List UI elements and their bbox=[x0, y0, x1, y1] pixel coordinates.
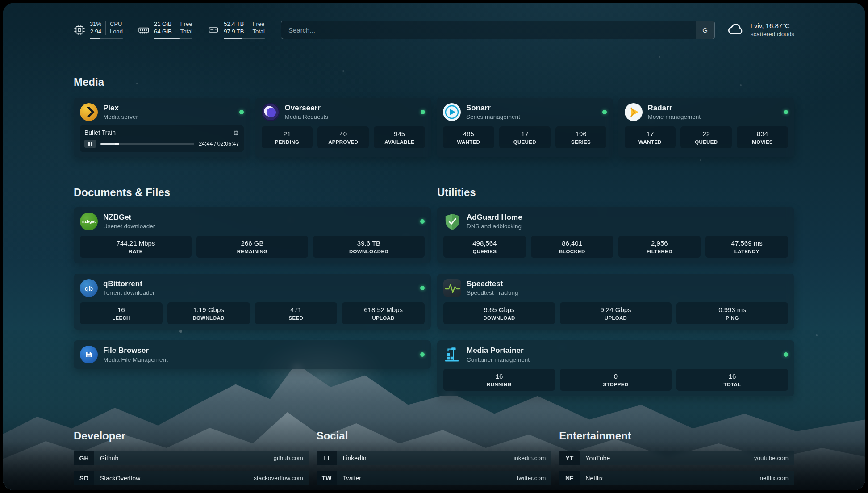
overseerr-icon bbox=[262, 103, 280, 121]
stat-value: 16 bbox=[445, 372, 553, 380]
stat-block: 618.52 Mbps UPLOAD bbox=[342, 302, 425, 324]
dashboard-page: 31% 2.94 CPU Load bbox=[3, 3, 865, 490]
status-dot bbox=[420, 219, 425, 224]
filebrowser-icon bbox=[80, 346, 98, 363]
stat-value: 22 bbox=[682, 130, 730, 138]
search-input[interactable] bbox=[281, 21, 715, 39]
memory-progress-fill bbox=[154, 38, 180, 39]
stat-label: LEECH bbox=[82, 314, 161, 322]
bookmark-stackoverflow[interactable]: SO StackOverflow stackoverflow.com bbox=[74, 471, 309, 485]
portainer-icon bbox=[443, 346, 461, 363]
stat-label: RATE bbox=[82, 248, 190, 255]
stat-block: 47.569 ms LATENCY bbox=[705, 236, 788, 258]
stat-value: 471 bbox=[257, 305, 336, 314]
disk-total-value: 97.9 TB bbox=[224, 28, 244, 36]
disk-progress-fill bbox=[224, 38, 242, 39]
stat-label: SERIES bbox=[557, 138, 605, 146]
service-stats: 21 PENDING 40 APPROVED 945 AVAILABLE bbox=[262, 126, 426, 148]
stat-value: 17 bbox=[501, 130, 549, 138]
bookmark-domain: netflix.com bbox=[760, 475, 794, 481]
nzbget-icon-label: nzbget bbox=[82, 219, 96, 224]
memory-widget: 21 GiB 64 GiB Free Total bbox=[138, 21, 192, 40]
memory-free-label: Free bbox=[180, 21, 192, 28]
stat-label: PING bbox=[678, 314, 786, 322]
stat-block: 485 WANTED bbox=[443, 126, 494, 148]
cpu-usage-value: 31% bbox=[90, 21, 101, 28]
bookmarks-developer: Developer GH Github github.com SO StackO… bbox=[74, 420, 309, 490]
stat-label: RUNNING bbox=[445, 381, 553, 388]
memory-total-value: 64 GiB bbox=[154, 28, 172, 36]
service-stats: 498,564 QUERIES 86,401 BLOCKED 2,956 FIL… bbox=[443, 236, 788, 258]
bookmark-abbr: GH bbox=[74, 451, 94, 465]
section-title-developer: Developer bbox=[74, 429, 309, 443]
stat-value: 21 bbox=[263, 130, 311, 138]
stat-value: 0 bbox=[562, 372, 670, 380]
service-link-radarr[interactable]: Radarr Movie management bbox=[625, 103, 789, 121]
service-link-qbittorrent[interactable]: qb qBittorrent Torrent downloader bbox=[80, 279, 425, 297]
stat-block: 266 GB REMAINING bbox=[196, 236, 308, 258]
status-dot bbox=[784, 110, 788, 114]
playback-progress-bar[interactable] bbox=[100, 143, 194, 145]
memory-icon bbox=[138, 24, 150, 36]
snow-particles bbox=[3, 3, 4, 4]
service-name: Overseerr bbox=[285, 103, 329, 113]
service-card-adguard: AdGuard Home DNS and adblocking 498,564 … bbox=[437, 207, 794, 263]
stat-block: 196 SERIES bbox=[555, 126, 607, 148]
service-link-adguard[interactable]: AdGuard Home DNS and adblocking bbox=[443, 213, 788, 230]
bookmark-name: YouTube bbox=[580, 455, 610, 462]
stat-block: 0.993 ms PING bbox=[676, 302, 788, 324]
service-link-speedtest[interactable]: Speedtest Speedtest Tracking bbox=[443, 279, 788, 297]
pause-button[interactable] bbox=[84, 140, 96, 148]
service-link-portainer[interactable]: Media Portainer Container management bbox=[443, 346, 788, 363]
stat-value: 17 bbox=[626, 130, 674, 138]
service-name: File Browser bbox=[103, 346, 168, 355]
service-stats: 17 WANTED 22 QUEUED 834 MOVIES bbox=[625, 126, 789, 148]
service-link-plex[interactable]: Plex Media server bbox=[80, 103, 244, 121]
service-stats: 9.65 Gbps DOWNLOAD 9.24 Gbps UPLOAD 0.99… bbox=[443, 302, 788, 324]
stat-value: 196 bbox=[557, 130, 605, 138]
stat-label: AVAILABLE bbox=[376, 138, 423, 146]
service-name: Sonarr bbox=[466, 103, 520, 113]
cpu-progress-fill bbox=[90, 38, 100, 39]
service-stats: 485 WANTED 17 QUEUED 196 SERIES bbox=[443, 126, 607, 148]
service-link-overseerr[interactable]: Overseerr Media Requests bbox=[262, 103, 426, 121]
search-provider-button[interactable]: G bbox=[696, 21, 714, 39]
settings-icon[interactable] bbox=[233, 130, 239, 136]
section-title-social: Social bbox=[317, 429, 552, 443]
stat-label: WANTED bbox=[626, 138, 674, 146]
service-stats: 16 LEECH 1.19 Gbps DOWNLOAD 471 SEED 6 bbox=[80, 302, 425, 324]
bookmark-netflix[interactable]: NF Netflix netflix.com bbox=[559, 471, 794, 485]
stat-value: 0.993 ms bbox=[678, 305, 786, 314]
now-playing-title: Bullet Train bbox=[84, 129, 116, 136]
bookmark-linkedin[interactable]: LI LinkedIn linkedin.com bbox=[317, 451, 552, 465]
plex-now-playing: Bullet Train 24:44 / 02:06:47 bbox=[80, 125, 244, 152]
bookmark-github[interactable]: GH Github github.com bbox=[74, 451, 309, 465]
stat-block: 471 SEED bbox=[255, 302, 338, 324]
bookmark-domain: linkedin.com bbox=[512, 455, 551, 461]
weather-location: Lviv, 16.87°C bbox=[751, 21, 794, 30]
service-description: Movie management bbox=[648, 113, 701, 121]
stat-block: 744.21 Mbps RATE bbox=[80, 236, 192, 258]
cpu-icon bbox=[74, 24, 85, 36]
cpu-usage-label: CPU bbox=[110, 21, 122, 28]
service-card-portainer: Media Portainer Container management 16 … bbox=[437, 340, 794, 396]
stat-label: SEED bbox=[257, 314, 336, 322]
service-stats: 744.21 Mbps RATE 266 GB REMAINING 39.6 T… bbox=[80, 236, 425, 258]
bookmark-youtube[interactable]: YT YouTube youtube.com bbox=[559, 451, 794, 465]
service-link-filebrowser[interactable]: File Browser Media File Management bbox=[80, 346, 425, 363]
service-card-plex: Plex Media server Bullet Train bbox=[74, 98, 250, 157]
bookmark-twitter[interactable]: TW Twitter twitter.com bbox=[317, 471, 552, 485]
stat-value: 40 bbox=[319, 130, 367, 138]
speedtest-icon bbox=[443, 279, 461, 297]
service-description: Media Requests bbox=[285, 113, 329, 121]
service-card-filebrowser: File Browser Media File Management bbox=[74, 340, 431, 369]
service-link-sonarr[interactable]: Sonarr Series management bbox=[443, 103, 607, 121]
stat-block: 16 LEECH bbox=[80, 302, 163, 324]
cpu-load-label: Load bbox=[110, 28, 123, 36]
service-link-nzbget[interactable]: nzbget NZBGet Usenet downloader bbox=[80, 213, 425, 230]
qbittorrent-icon-label: qb bbox=[85, 284, 93, 292]
stat-value: 9.24 Gbps bbox=[562, 305, 670, 314]
stat-block: 40 APPROVED bbox=[317, 126, 369, 148]
bookmark-domain: stackoverflow.com bbox=[254, 475, 309, 481]
search-bar: G bbox=[281, 21, 715, 39]
